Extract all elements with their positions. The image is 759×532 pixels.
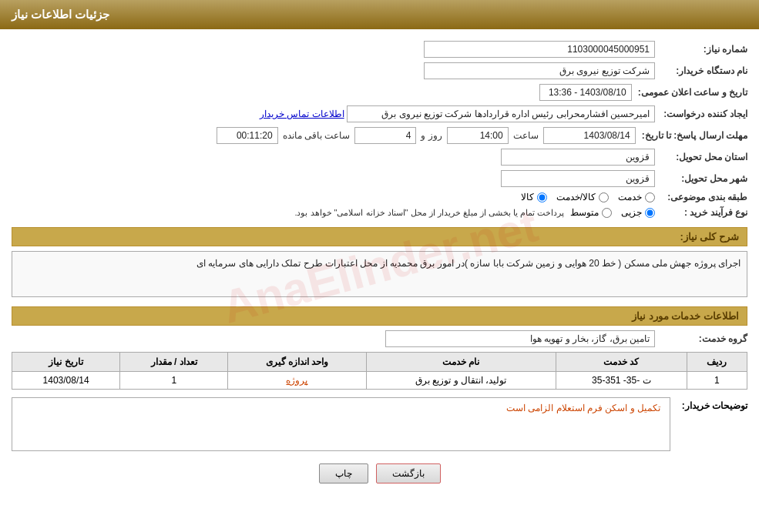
warning-text: پرداخت تمام یا بخشی از مبلغ خریدار از مح…: [294, 208, 564, 218]
namDastgah-value: شرکت توزیع نیروی برق: [424, 62, 655, 79]
tozihat-wrapper: تکمیل و اسکن فرم استعلام الزامی است: [12, 397, 670, 451]
radio-kala-input[interactable]: [537, 192, 547, 202]
row-tarikh: تاریخ و ساعت اعلان عمومی: 1403/08/10 - 1…: [12, 84, 747, 101]
radio-kala-khadamat-input[interactable]: [599, 192, 609, 202]
row-ijadKonande: ایجاد کننده درخواست: امیرحسین افشارمحراب…: [12, 105, 747, 122]
back-button[interactable]: بازگشت: [376, 463, 441, 483]
radio-khadamat-input[interactable]: [645, 192, 655, 202]
tabaqe-radio-group: خدمت کالا/خدمت کالا: [521, 192, 655, 202]
namDastgah-label: نام دستگاه خریدار:: [655, 65, 747, 76]
radio-jozi[interactable]: جزیی: [621, 207, 655, 218]
shahr-value: قزوین: [501, 170, 655, 187]
page-title: جزئیات اطلاعات نیاز: [12, 8, 109, 21]
tarikh-label: تاریخ و ساعت اعلان عمومی:: [632, 87, 747, 98]
row-shomareNiaz: شماره نیاز: 1103000045000951: [12, 41, 747, 58]
goroheKhadamat-value: تامین برق، گاز، بخار و تهویه هوا: [385, 330, 655, 347]
button-row: بازگشت چاپ: [12, 463, 747, 483]
row-ostan: استان محل تحویل: قزوین: [12, 149, 747, 166]
mohlat-date: 1403/08/14: [543, 127, 636, 144]
section-services-label: اطلاعات خدمات مورد نیاز: [632, 310, 739, 322]
services-table: ردیف کد خدمت نام خدمت واحد اندازه گیری ت…: [12, 352, 747, 390]
sharh-value: اجرای پروژه جهش ملی مسکن ( خط 20 هوایی و…: [12, 251, 747, 297]
radio-khadamat[interactable]: خدمت: [618, 192, 655, 202]
cell-tarikh: 1403/08/14: [12, 372, 120, 390]
services-table-header-row: ردیف کد خدمت نام خدمت واحد اندازه گیری ت…: [12, 353, 747, 372]
services-table-head: ردیف کد خدمت نام خدمت واحد اندازه گیری ت…: [12, 353, 747, 372]
farayand-label: نوع فرآیند خرید :: [655, 207, 747, 218]
services-table-body: 1 ت -35- 351-35 تولید، انتقال و توزیع بر…: [12, 372, 747, 390]
ostan-label: استان محل تحویل:: [655, 152, 747, 162]
col-tarikh: تاریخ نیاز: [12, 353, 120, 372]
radio-khadamat-label: خدمت: [618, 192, 642, 202]
col-tedad: تعداد / مقدار: [120, 353, 228, 372]
tozihat-label: توضیحات خریدار:: [670, 397, 747, 411]
col-radif: ردیف: [687, 353, 747, 372]
radio-motavasset-input[interactable]: [602, 208, 612, 218]
ijadKonande-value: امیرحسین افشارمحرابی رئیس اداره قرارداده…: [347, 105, 655, 122]
shomareNiaz-label: شماره نیاز:: [655, 44, 747, 55]
cell-vahed: پروژه: [228, 372, 366, 390]
tarikh-value: 1403/08/10 - 13:36: [539, 84, 632, 101]
radio-jozi-label: جزیی: [621, 207, 642, 218]
radio-motavasset-label: متوسط: [570, 207, 599, 218]
sharh-container: اجرای پروژه جهش ملی مسکن ( خط 20 هوایی و…: [12, 251, 747, 297]
mohlat-saat: 14:00: [447, 127, 509, 144]
radio-kala-khadamat[interactable]: کالا/خدمت: [556, 192, 609, 202]
shahr-label: شهر محل تحویل:: [655, 173, 747, 184]
tozihat-value: تکمیل و اسکن فرم استعلام الزامی است: [502, 400, 665, 417]
page-container: جزئیات اطلاعات نیاز AnaElinder.net شماره…: [0, 0, 759, 532]
radio-kala-label: کالا: [521, 192, 534, 202]
cell-kodKhadamat: ت -35- 351-35: [556, 372, 687, 390]
print-button[interactable]: چاپ: [319, 463, 368, 483]
sharh-label: شرح کلی نیاز:: [680, 231, 739, 243]
page-header: جزئیات اطلاعات نیاز: [0, 0, 759, 29]
tabaqe-label: طبقه بندی موضوعی:: [655, 192, 747, 202]
radio-kala-khadamat-label: کالا/خدمت: [556, 192, 596, 202]
row-mohlat: مهلت ارسال پاسخ: تا تاریخ: 1403/08/14 سا…: [12, 127, 747, 144]
cell-namKhadamat: تولید، انتقال و توزیع برق: [366, 372, 556, 390]
mohlat-fields: 1403/08/14 ساعت 14:00 روز و 4 ساعت باقی …: [217, 127, 636, 144]
mohlat-rooz-label: روز و: [421, 130, 442, 141]
tozihat-box: تکمیل و اسکن فرم استعلام الزامی است: [12, 397, 670, 451]
mohlat-label: مهلت ارسال پاسخ: تا تاریخ:: [636, 130, 747, 141]
ostan-value: قزوین: [501, 149, 655, 166]
row-tabaqe: طبقه بندی موضوعی: خدمت کالا/خدمت کالا: [12, 192, 747, 202]
farayand-radio-group: جزیی متوسط: [570, 207, 655, 218]
mohlat-saat-mande: 00:11:20: [217, 127, 278, 144]
radio-kala[interactable]: کالا: [521, 192, 547, 202]
row-shahr: شهر محل تحویل: قزوین: [12, 170, 747, 187]
section-sharh: شرح کلی نیاز:: [12, 227, 747, 246]
ijadKonande-label: ایجاد کننده درخواست:: [655, 109, 747, 119]
mohlat-saat-label: ساعت: [513, 130, 539, 141]
row-farayand: نوع فرآیند خرید : جزیی متوسط پرداخت تمام…: [12, 207, 747, 218]
ijadKonande-link[interactable]: اطلاعات تماس خریدار: [260, 109, 344, 119]
col-namKhadamat: نام خدمت: [366, 353, 556, 372]
row-goroheKhadamat: گروه خدمت: تامین برق، گاز، بخار و تهویه …: [12, 330, 747, 347]
content-area: AnaElinder.net شماره نیاز: 1103000045000…: [0, 29, 759, 503]
radio-jozi-input[interactable]: [645, 208, 655, 218]
mohlat-rooz: 4: [354, 127, 416, 144]
section-services-title: اطلاعات خدمات مورد نیاز: [12, 306, 747, 326]
radio-motavasset[interactable]: متوسط: [570, 207, 612, 218]
col-kodKhadamat: کد خدمت: [556, 353, 687, 372]
cell-radif: 1: [687, 372, 747, 390]
shomareNiaz-value: 1103000045000951: [424, 41, 655, 58]
mohlat-saat-mande-label: ساعت باقی مانده: [283, 130, 351, 141]
row-namDastgah: نام دستگاه خریدار: شرکت توزیع نیروی برق: [12, 62, 747, 79]
table-row: 1 ت -35- 351-35 تولید، انتقال و توزیع بر…: [12, 372, 747, 390]
tozihat-row: توضیحات خریدار: تکمیل و اسکن فرم استعلام…: [12, 397, 747, 451]
col-vahed: واحد اندازه گیری: [228, 353, 366, 372]
cell-tedad: 1: [120, 372, 228, 390]
goroheKhadamat-label: گروه خدمت:: [655, 333, 747, 344]
